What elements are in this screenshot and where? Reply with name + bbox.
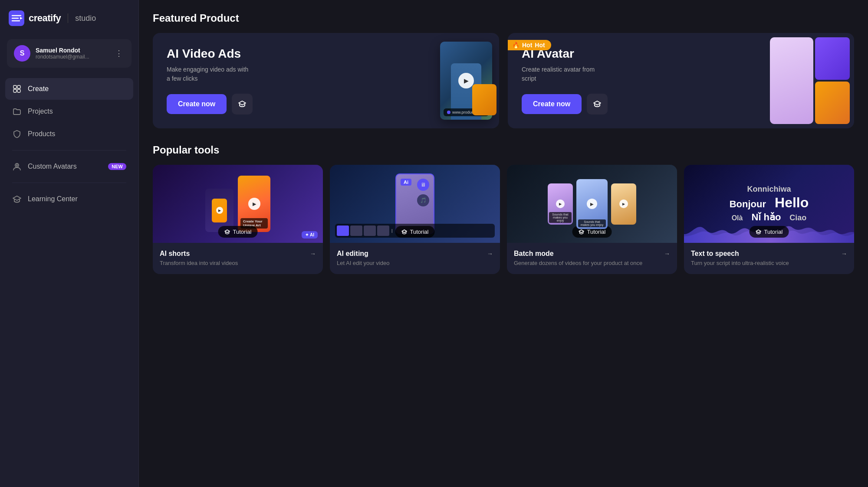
card-actions: Create now	[167, 94, 485, 114]
hot-badge: 🔥 HotHot	[508, 40, 551, 50]
user-menu-button[interactable]: ⋮	[113, 47, 125, 60]
sidebar-item-create[interactable]: Create	[5, 78, 133, 100]
tool-card-batch-mode[interactable]: ▶ Sounds thatmakes you enjoy ▶ Sounds th…	[507, 165, 677, 274]
ai-editing-tutorial-badge: Tutorial	[395, 226, 435, 238]
speech-word-konnichiwa: Konnichiwa	[747, 185, 791, 194]
user-email: rondotsamuel@gmail...	[36, 54, 108, 60]
tool-card-text-to-speech[interactable]: Konnichiwa Bonjour Hello Olà Nǐ hǎo Ciao	[684, 165, 854, 274]
logo-text: creatify	[29, 13, 61, 24]
tool-card-ai-editing[interactable]: Ai 🖥 🎵 |	[330, 165, 500, 274]
user-info: Samuel Rondot rondotsamuel@gmail...	[36, 47, 108, 60]
editing-icons: 🖥 🎵	[417, 179, 429, 206]
speech-word-ciao: Ciao	[789, 213, 806, 222]
ai-editing-arrow: →	[487, 250, 493, 257]
speech-word-nihao: Nǐ hǎo	[751, 212, 781, 223]
logo-sub: studio	[75, 14, 96, 23]
batch-mode-arrow: →	[664, 250, 670, 257]
sidebar-item-custom-avatars[interactable]: Custom Avatars NEW	[5, 156, 133, 177]
batch-mode-title: Batch mode →	[514, 250, 670, 258]
ai-video-ads-description: Make engaging video ads with a few click…	[167, 65, 253, 83]
sidebar-item-products[interactable]: Products	[5, 123, 133, 145]
ai-shorts-tutorial-badge: Tutorial	[218, 226, 258, 238]
svg-rect-7	[13, 89, 16, 92]
sidebar-item-learning-center[interactable]: Learning Center	[5, 188, 133, 210]
create-icon	[12, 84, 22, 94]
user-name: Samuel Rondot	[36, 47, 108, 54]
nav-list: Create Projects Products	[0, 75, 138, 213]
ai-editing-desc: Let AI edit your video	[337, 259, 493, 267]
featured-card-ai-video-ads[interactable]: ▶ www.productlink.com AI Video Ads Make …	[153, 33, 499, 128]
create-now-avatar[interactable]: Create now	[522, 94, 582, 114]
tool-card-ai-shorts[interactable]: ▶ ▶ Create Your Unique Art ✦ AI	[153, 165, 323, 274]
svg-point-10	[16, 164, 18, 166]
svg-rect-6	[17, 85, 20, 88]
ai-editing-thumbnail: Ai 🖥 🎵 |	[330, 165, 500, 243]
learn-button-video-ads[interactable]	[232, 94, 253, 114]
avatar: S	[14, 45, 30, 62]
speech-words: Konnichiwa Bonjour Hello Olà Nǐ hǎo Ciao	[730, 185, 809, 223]
batch-phones: ▶ Sounds thatmakes you enjoy ▶ Sounds th…	[548, 179, 636, 229]
editing-ai-label: Ai	[401, 179, 411, 186]
text-to-speech-thumbnail: Konnichiwa Bonjour Hello Olà Nǐ hǎo Ciao	[684, 165, 854, 243]
projects-label: Projects	[28, 108, 53, 115]
batch-mode-thumbnail: ▶ Sounds thatmakes you enjoy ▶ Sounds th…	[507, 165, 677, 243]
speech-word-bonjour: Bonjour	[730, 199, 766, 210]
batch-mode-desc: Generate dozens of videos for your produ…	[514, 259, 670, 267]
batch-mode-info: Batch mode → Generate dozens of videos f…	[507, 243, 677, 274]
play-button[interactable]: ▶	[458, 73, 474, 88]
ai-editing-info: AI editing → Let AI edit your video	[330, 243, 500, 274]
ai-editing-title: AI editing →	[337, 250, 493, 258]
editing-icon-1: 🖥	[417, 179, 429, 191]
ai-shorts-arrow: →	[310, 250, 316, 257]
text-to-speech-desc: Turn your script into ultra-realistic vo…	[691, 259, 847, 267]
create-now-video-ads[interactable]: Create now	[167, 94, 227, 114]
ai-shorts-thumbnail: ▶ ▶ Create Your Unique Art ✦ AI	[153, 165, 323, 243]
speech-word-hello: Hello	[775, 195, 809, 211]
logo-divider	[68, 13, 68, 23]
ai-video-ads-title: AI Video Ads	[167, 47, 485, 61]
editing-icon-2: 🎵	[417, 194, 429, 206]
ai-avatar-title: AI Avatar	[522, 47, 840, 61]
nav-divider	[12, 150, 126, 150]
learn-button-avatar[interactable]	[587, 94, 608, 114]
text-to-speech-title: Text to speech →	[691, 250, 847, 258]
text-to-speech-tutorial-badge: Tutorial	[750, 226, 789, 238]
ai-avatar-description: Create realistic avatar from script	[522, 65, 608, 83]
user-card[interactable]: S Samuel Rondot rondotsamuel@gmail... ⋮	[7, 39, 132, 68]
sidebar-item-projects[interactable]: Projects	[5, 101, 133, 122]
learning-icon	[12, 194, 22, 204]
text-to-speech-info: Text to speech → Turn your script into u…	[684, 243, 854, 274]
create-label: Create	[28, 85, 49, 93]
custom-avatars-icon	[12, 162, 22, 171]
logo-icon	[9, 10, 24, 26]
ai-avatar-card-actions: Create now	[522, 94, 840, 114]
ai-shorts-info: AI shorts → Transform idea into viral vi…	[153, 243, 323, 274]
featured-title: Featured Product	[153, 12, 854, 24]
logo-area: creatify studio	[0, 0, 138, 35]
svg-rect-5	[13, 85, 16, 88]
ai-shorts-title: AI shorts →	[160, 250, 316, 258]
custom-avatars-label: Custom Avatars	[28, 163, 77, 170]
sidebar: creatify studio S Samuel Rondot rondotsa…	[0, 0, 139, 487]
learning-center-label: Learning Center	[28, 195, 78, 203]
products-label: Products	[28, 130, 55, 138]
popular-tools-title: Popular tools	[153, 144, 854, 156]
featured-grid: ▶ www.productlink.com AI Video Ads Make …	[153, 33, 854, 128]
nav-divider-2	[12, 183, 126, 183]
text-to-speech-arrow: →	[841, 250, 847, 257]
speech-word-ola: Olà	[732, 214, 743, 222]
ai-shorts-desc: Transform idea into viral videos	[160, 259, 316, 267]
svg-rect-8	[17, 89, 20, 92]
featured-card-ai-avatar[interactable]: 🔥 HotHot AI Avatar Create realistic avat…	[508, 33, 854, 128]
projects-icon	[12, 107, 22, 116]
tools-grid: ▶ ▶ Create Your Unique Art ✦ AI	[153, 165, 854, 274]
new-badge: NEW	[108, 163, 126, 170]
products-icon	[12, 129, 22, 139]
main-content: Featured Product ▶ www.productlink.com	[139, 0, 868, 487]
